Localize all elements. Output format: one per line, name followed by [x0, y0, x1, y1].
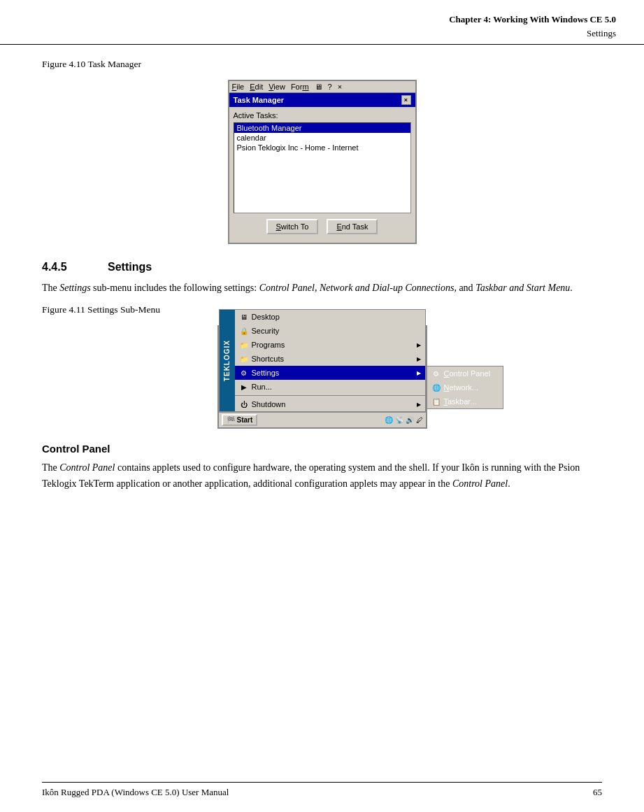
menu-divider [235, 395, 425, 396]
page-header: Chapter 4: Working With Windows CE 5.0 S… [0, 0, 644, 45]
start-label: Start [237, 416, 253, 424]
cp-italic-1: Control Panel [59, 462, 115, 473]
menu-item-shortcuts[interactable]: 📁 Shortcuts ▶ [235, 352, 425, 366]
footer-left: Ikôn Rugged PDA (Windows CE 5.0) User Ma… [42, 787, 229, 798]
section-title-header: Settings [28, 27, 616, 41]
submenu-network[interactable]: 🌐 Network... [427, 380, 503, 394]
network-label: Network... [444, 383, 479, 392]
submenu-control-panel[interactable]: ⚙ Control Panel [427, 366, 503, 380]
start-flag: 🏁 [227, 416, 235, 424]
control-panel-italic: Control Panel [259, 283, 315, 293]
shortcuts-arrow: ▶ [417, 356, 421, 362]
desktop-area: My Device [219, 327, 426, 427]
security-menu-label: Security [252, 327, 280, 335]
tm-menu-icon1: 🖥 [315, 83, 322, 91]
taskbar-icon-1: 🌐 [385, 416, 393, 424]
run-menu-label: Run... [252, 383, 272, 391]
tm-menu-edit[interactable]: Edit [250, 83, 263, 91]
tm-task-list: Bluetooth Manager calendar Psion Teklogi… [234, 122, 411, 213]
start-menu-overlay: TEKLOGIX 🖥 Desktop 🔒 Security [219, 309, 426, 427]
settings-menu-icon: ⚙ [239, 368, 249, 378]
programs-menu-label: Programs [252, 341, 285, 349]
shutdown-arrow: ▶ [417, 401, 421, 408]
security-menu-icon: 🔒 [239, 326, 249, 336]
shortcuts-menu-label: Shortcuts [252, 355, 284, 363]
taskbar-icon-2: 📡 [395, 416, 403, 424]
tm-task-calendar[interactable]: calendar [234, 133, 410, 143]
sidebar-brand-text: TEKLOGIX [223, 340, 231, 381]
control-panel-heading: Control Panel [42, 443, 602, 455]
menu-item-run[interactable]: ▶ Run... [235, 380, 425, 394]
taskbar-icons: 🌐 📡 🔊 🖊 [385, 416, 423, 424]
cp-label: Control Panel [444, 369, 491, 378]
end-task-button[interactable]: End Task [327, 219, 378, 234]
taskbar-icon-4: 🖊 [416, 416, 423, 424]
control-panel-body: The Control Panel contains applets used … [42, 460, 602, 492]
menu-items-list: 🖥 Desktop 🔒 Security 📁 Programs ▶ [235, 310, 425, 411]
start-menu: TEKLOGIX 🖥 Desktop 🔒 Security [219, 309, 426, 412]
switch-to-label: S [276, 222, 281, 231]
desktop-menu-label: Desktop [252, 313, 280, 321]
tm-body: Active Tasks: Bluetooth Manager calendar… [229, 107, 415, 243]
tm-menu-close[interactable]: × [338, 83, 342, 91]
settings-arrow: ▶ [417, 370, 421, 376]
figure-410-screenshot: File Edit View Form 🖥 ? × Task Manager ×… [42, 80, 602, 244]
tm-menu-help[interactable]: ? [328, 83, 332, 91]
menu-item-shutdown[interactable]: ⏻ Shutdown ▶ [235, 397, 425, 411]
start-button[interactable]: 🏁 Start [222, 414, 258, 426]
section-number: 4.4.5 [42, 261, 91, 273]
page-content: Figure 4.10 Task Manager File Edit View … [0, 45, 644, 528]
programs-arrow: ▶ [417, 342, 421, 348]
taskbar-label: Taskbar... [444, 397, 477, 406]
run-menu-icon: ▶ [239, 382, 249, 392]
network-italic: Network and Dial-up Connections, [320, 283, 457, 293]
figure-410-caption: Figure 4.10 Task Manager [42, 59, 602, 70]
menu-item-settings[interactable]: ⚙ Settings ▶ ⚙ Control Panel [235, 366, 425, 380]
settings-window: My Device [217, 325, 427, 429]
desktop-menu-icon: 🖥 [239, 312, 249, 322]
tm-title: Task Manager [234, 96, 285, 104]
menu-item-security[interactable]: 🔒 Security [235, 324, 425, 338]
programs-menu-icon: 📁 [239, 340, 249, 350]
section-445-heading: 4.4.5 Settings [42, 261, 602, 273]
cp-icon: ⚙ [431, 369, 441, 378]
tm-menu-view[interactable]: View [269, 83, 285, 91]
task-manager-window: File Edit View Form 🖥 ? × Task Manager ×… [228, 80, 417, 244]
network-icon: 🌐 [431, 383, 441, 392]
footer-right: 65 [593, 787, 602, 798]
tm-active-tasks-label: Active Tasks: [234, 111, 411, 120]
section-title: Settings [108, 261, 152, 273]
taskbar-icon-3: 🔊 [406, 416, 414, 424]
tm-menu-format[interactable]: Form [291, 83, 309, 91]
start-menu-sidebar: TEKLOGIX [220, 310, 235, 411]
shortcuts-menu-icon: 📁 [239, 354, 249, 364]
section-445-body: The Settings sub-menu includes the follo… [42, 280, 602, 296]
tm-menu-file[interactable]: File [232, 83, 245, 91]
page-footer: Ikôn Rugged PDA (Windows CE 5.0) User Ma… [42, 782, 602, 798]
tm-task-psion[interactable]: Psion Teklogix Inc - Home - Internet [234, 143, 410, 152]
tm-task-bluetooth[interactable]: Bluetooth Manager [234, 123, 410, 133]
shutdown-menu-label: Shutdown [252, 400, 286, 408]
tm-titlebar: Task Manager × [229, 93, 415, 107]
tm-buttons: SSwitch Towitch To End Task [234, 219, 411, 238]
taskbar-bar: 🏁 Start 🌐 📡 🔊 🖊 [219, 412, 426, 427]
figure-411-screenshot: My Device [42, 325, 602, 429]
taskbar-icon: 📋 [431, 397, 441, 406]
settings-menu-label: Settings [252, 369, 280, 377]
end-task-label: E [336, 222, 341, 231]
shutdown-menu-icon: ⏻ [239, 399, 249, 409]
submenu-taskbar[interactable]: 📋 Taskbar... [427, 394, 503, 408]
tm-menubar: File Edit View Form 🖥 ? × [229, 81, 415, 93]
settings-italic: Settings [59, 283, 90, 293]
chapter-title: Chapter 4: Working With Windows CE 5.0 [28, 13, 616, 27]
menu-item-programs[interactable]: 📁 Programs ▶ [235, 338, 425, 352]
taskbar-italic: Taskbar and Start Menu [475, 283, 570, 293]
tm-close-button[interactable]: × [401, 95, 411, 105]
cp-italic-2: Control Panel [452, 478, 508, 489]
settings-submenu: ⚙ Control Panel 🌐 Network... 📋 [427, 366, 503, 409]
menu-item-desktop[interactable]: 🖥 Desktop [235, 310, 425, 324]
switch-to-button[interactable]: SSwitch Towitch To [266, 219, 319, 234]
